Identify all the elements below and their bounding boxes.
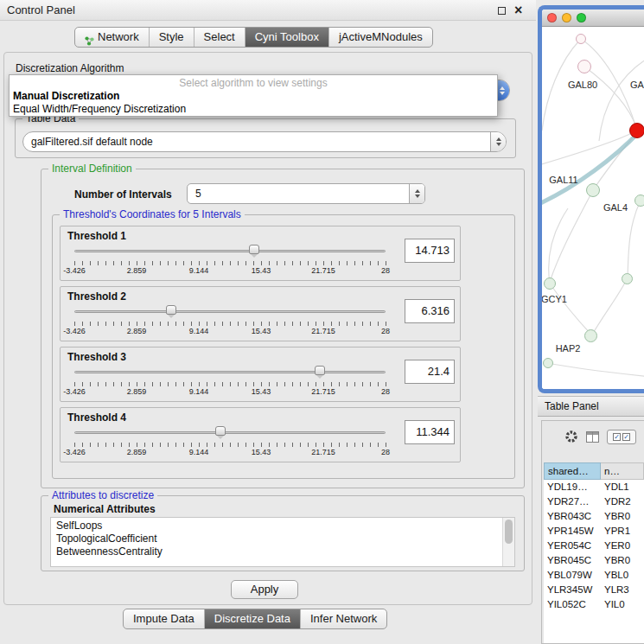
attributes-items: SelfLoopsTopologicalCoefficientBetweenne… xyxy=(56,520,501,566)
network-node[interactable] xyxy=(577,60,591,73)
slider-track[interactable] xyxy=(74,371,386,373)
tab[interactable]: Style xyxy=(150,28,194,47)
tab[interactable]: jActiveMNodules xyxy=(329,28,432,47)
apply-button[interactable]: Apply xyxy=(231,580,298,599)
tab-label: Network xyxy=(98,28,139,47)
scale-label: -3.426 xyxy=(63,327,86,335)
dropdown-options: Manual Discretization Equal Width/Freque… xyxy=(10,90,497,116)
network-node[interactable] xyxy=(629,123,644,138)
combobox-stepper-icon[interactable] xyxy=(409,184,424,203)
scale-label: 15.43 xyxy=(252,387,271,396)
dropdown-option[interactable]: Equal Width/Frequency Discretization xyxy=(10,103,497,116)
gear-icon[interactable] xyxy=(564,430,578,443)
tab[interactable]: Select xyxy=(194,28,245,47)
network-node[interactable] xyxy=(622,273,633,284)
column-header-name[interactable]: n… xyxy=(601,462,644,480)
table-row[interactable]: YIL052C YIL0 xyxy=(544,597,644,612)
network-node[interactable] xyxy=(584,329,597,342)
number-of-intervals-combobox[interactable]: 5 xyxy=(187,183,425,204)
float-window-icon[interactable] xyxy=(498,7,506,15)
tab[interactable]: Impute Data xyxy=(124,609,205,628)
tab[interactable]: Discretize Data xyxy=(205,609,301,628)
zoom-traffic-light-icon[interactable] xyxy=(577,13,586,22)
scrollbar-thumb[interactable] xyxy=(505,520,513,544)
cell-shared-name: YBR045C xyxy=(544,553,601,568)
scale-label: -3.426 xyxy=(63,266,86,275)
interval-definition-group: Interval Definition Number of Intervals … xyxy=(41,169,525,488)
table-row[interactable]: YBR043C YBR0 xyxy=(544,509,644,524)
threshold-label: Threshold 4 xyxy=(67,411,126,424)
scale-label: 21.715 xyxy=(311,448,335,456)
table-data-group: Table Data galFiltered.sif default node xyxy=(15,118,516,158)
scale-label: 21.715 xyxy=(311,387,335,396)
bottom-tabs: Impute Data Discretize Data Infer Networ… xyxy=(123,609,387,629)
threshold-value-input[interactable]: 6.316 xyxy=(405,299,455,323)
scale-label: 15.43 xyxy=(252,327,271,335)
dropdown-hint: Select algorithm to view settings xyxy=(10,77,497,90)
cell-shared-name: YIL052C xyxy=(544,597,601,612)
network-node[interactable] xyxy=(634,194,644,207)
slider-track[interactable] xyxy=(74,250,386,252)
threshold-value-input[interactable]: 11.344 xyxy=(405,420,455,444)
scale-label: 9.144 xyxy=(189,327,209,335)
slider-track[interactable] xyxy=(74,431,386,434)
network-node[interactable] xyxy=(576,34,586,44)
table-panel-titlebar: Table Panel xyxy=(538,396,644,417)
cell-name: YPR1 xyxy=(601,524,644,539)
table-row[interactable]: YBR045C YBR0 xyxy=(544,553,644,568)
combobox-stepper-icon[interactable] xyxy=(490,132,506,151)
node-label: GCY1 xyxy=(541,294,567,304)
threshold-card: Threshold 4 -3.4262.8599.14415.4321.7152… xyxy=(60,407,461,462)
threshold-slider-thumb[interactable] xyxy=(315,366,325,375)
node-label: HAP2 xyxy=(556,343,581,354)
network-node[interactable] xyxy=(544,277,556,290)
node-table: shared… n… YDL19… YDL1 YDR27… YDR2 YBR04… xyxy=(544,462,644,643)
attribute-list-item[interactable]: BetweennessCentrality xyxy=(56,545,501,558)
scale-label: 21.715 xyxy=(311,266,335,275)
table-row[interactable]: YPR145W YPR1 xyxy=(544,524,644,539)
slider-tick-marks xyxy=(74,261,386,265)
table-row[interactable]: YER054C YER0 xyxy=(544,539,644,553)
tab-label: Infer Network xyxy=(310,609,377,628)
network-view-window: GAL80 GA GAL11 GAL4 GCY1 HAP2 xyxy=(538,5,644,393)
table-data-combobox[interactable]: galFiltered.sif default node xyxy=(22,131,507,152)
table-row[interactable]: YLR345W YLR3 xyxy=(544,583,644,597)
cell-name: YLR3 xyxy=(601,583,644,597)
tab[interactable]: Cyni Toolbox xyxy=(245,28,329,47)
table-toolbar: ✓ ✓ xyxy=(542,425,644,448)
attributes-scrollbar[interactable] xyxy=(502,518,514,566)
close-window-icon[interactable]: × xyxy=(514,1,522,20)
close-traffic-light-icon[interactable] xyxy=(547,13,557,22)
network-node[interactable] xyxy=(543,358,553,368)
columns-icon[interactable] xyxy=(586,431,599,443)
threshold-value-input[interactable]: 14.713 xyxy=(405,239,455,263)
dropdown-option[interactable]: Manual Discretization xyxy=(10,90,497,103)
network-node[interactable] xyxy=(586,183,600,197)
threshold-slider[interactable] xyxy=(74,426,386,440)
cyni-toolbox-panel: Table Data galFiltered.sif default node … xyxy=(3,52,532,605)
table-row[interactable]: YDL19… YDL1 xyxy=(544,480,644,494)
table-row[interactable]: YDR27… YDR2 xyxy=(544,494,644,509)
threshold-slider[interactable] xyxy=(74,366,386,379)
threshold-slider[interactable] xyxy=(74,245,386,258)
threshold-slider[interactable] xyxy=(74,305,386,319)
minimize-traffic-light-icon[interactable] xyxy=(562,13,571,22)
tab[interactable]: Network xyxy=(75,28,150,47)
bottom-tab-bar: Impute Data Discretize Data Infer Networ… xyxy=(123,609,387,629)
threshold-slider-thumb[interactable] xyxy=(215,426,226,436)
threshold-slider-thumb[interactable] xyxy=(249,245,259,254)
tab[interactable]: Infer Network xyxy=(301,609,386,628)
threshold-value-input[interactable]: 21.4 xyxy=(405,360,455,384)
attribute-list-item[interactable]: SelfLoops xyxy=(56,520,501,532)
attribute-list-item[interactable]: TopologicalCoefficient xyxy=(56,532,501,545)
cell-name: YBR0 xyxy=(601,553,644,568)
table-row[interactable]: YBL079W YBL0 xyxy=(544,568,644,583)
column-header-shared-name[interactable]: shared… xyxy=(544,462,601,480)
checkbox-icon: ✓ xyxy=(622,433,630,441)
threshold-slider-thumb[interactable] xyxy=(166,305,176,315)
select-columns-button[interactable]: ✓ ✓ xyxy=(607,430,636,444)
network-canvas[interactable]: GAL80 GA GAL11 GAL4 GCY1 HAP2 xyxy=(542,27,644,392)
threshold-card: Threshold 1 -3.4262.8599.14415.4321.7152… xyxy=(60,226,461,281)
slider-track[interactable] xyxy=(74,310,386,313)
tab-label: Discretize Data xyxy=(214,609,290,628)
